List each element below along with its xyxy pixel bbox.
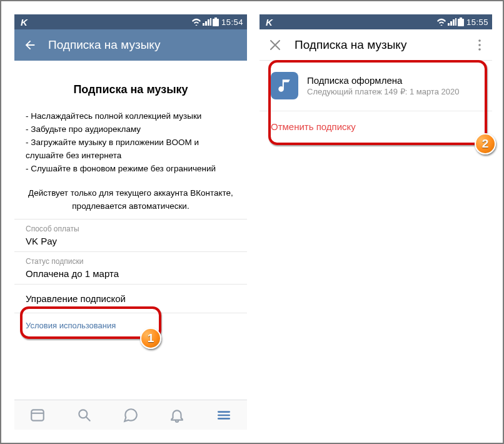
status-bar: K 15:54	[14, 14, 247, 29]
bell-icon	[169, 407, 185, 423]
nav-menu[interactable]	[201, 400, 247, 430]
subscription-status-row: Статус подписки Оплачена до 1 марта	[14, 251, 247, 284]
status-icons	[191, 18, 219, 26]
feature-item: - Загружайте музыку в приложении BOOM и …	[26, 136, 236, 163]
status-time: 15:55	[466, 18, 488, 27]
subscription-detail: Следующий платеж 149 ₽: 1 марта 2020	[307, 87, 459, 96]
app-header: Подписка на музыку	[260, 29, 492, 61]
status-app-letter: K	[266, 17, 273, 28]
manage-subscription-label: Управление подпиской	[26, 293, 126, 304]
status-bar: K 15:55	[260, 14, 492, 29]
subscription-card: Подписка оформлена Следующий платеж 149 …	[260, 61, 492, 111]
menu-icon	[216, 407, 232, 423]
nav-messages[interactable]	[108, 400, 154, 430]
terms-of-use-link[interactable]: Условия использования	[14, 313, 247, 338]
feature-item: - Наслаждайтесь полной коллекцией музыки	[26, 110, 236, 123]
music-note-icon	[276, 78, 293, 94]
terms-of-use-label: Условия использования	[26, 321, 116, 330]
svg-point-9	[478, 48, 481, 51]
wifi-icon	[191, 18, 201, 26]
back-button[interactable]	[21, 36, 39, 54]
nav-search[interactable]	[61, 400, 107, 430]
subscription-info: Подписка на музыку - Наслаждайтесь полно…	[14, 61, 247, 219]
screenshot-left: K 15:54 Подписка на музыку Подписка на м…	[14, 14, 247, 430]
svg-point-8	[478, 44, 481, 46]
app-header: Подписка на музыку	[14, 29, 247, 61]
payment-method-row[interactable]: Способ оплаты VK Pay	[14, 219, 247, 251]
subscription-status-label: Статус подписки	[26, 257, 236, 266]
feature-item: - Слушайте в фоновом режиме без ограниче…	[26, 163, 236, 176]
more-button[interactable]	[473, 39, 486, 51]
cancel-subscription-label: Отменить подписку	[271, 121, 356, 132]
subscription-title: Подписка оформлена	[307, 75, 459, 86]
account-note: Действует только для текущего аккаунта В…	[26, 187, 236, 213]
music-icon-badge	[271, 72, 298, 99]
status-time: 15:54	[221, 18, 243, 27]
subscription-status-value: Оплачена до 1 марта	[26, 268, 236, 279]
signal-icon	[203, 18, 211, 26]
search-icon	[76, 407, 93, 423]
page-heading: Подписка на музыку	[26, 83, 236, 96]
feature-item: - Забудьте про аудиорекламу	[26, 123, 236, 136]
nav-news[interactable]	[14, 400, 61, 430]
bottom-nav	[14, 400, 247, 430]
more-vertical-icon	[478, 39, 481, 51]
payment-method-value: VK Pay	[26, 236, 236, 246]
screenshot-right: K 15:55 Подписка на музыку Подписка офор…	[260, 14, 492, 430]
status-icons	[436, 18, 464, 26]
close-icon	[270, 39, 281, 51]
battery-icon	[458, 18, 464, 26]
cancel-subscription-button[interactable]: Отменить подписку	[260, 111, 492, 142]
close-button[interactable]	[266, 39, 285, 51]
payment-method-label: Способ оплаты	[26, 225, 236, 233]
news-icon	[29, 407, 46, 423]
arrow-left-icon	[23, 38, 37, 52]
manage-subscription-button[interactable]: Управление подпиской	[14, 284, 247, 313]
wifi-icon	[436, 18, 446, 26]
battery-icon	[213, 18, 219, 26]
step-badge-1: 1	[140, 328, 161, 349]
svg-rect-0	[31, 410, 44, 420]
status-app-letter: K	[21, 17, 28, 28]
nav-notifications[interactable]	[154, 400, 200, 430]
messages-icon	[123, 407, 139, 423]
signal-icon	[448, 18, 456, 26]
svg-point-2	[79, 410, 87, 418]
header-title: Подписка на музыку	[295, 38, 473, 52]
step-badge-2: 2	[475, 133, 496, 154]
header-title: Подписка на музыку	[48, 38, 160, 52]
svg-point-7	[478, 39, 481, 42]
feature-list: - Наслаждайтесь полной коллекцией музыки…	[26, 110, 236, 176]
svg-line-3	[86, 417, 89, 420]
